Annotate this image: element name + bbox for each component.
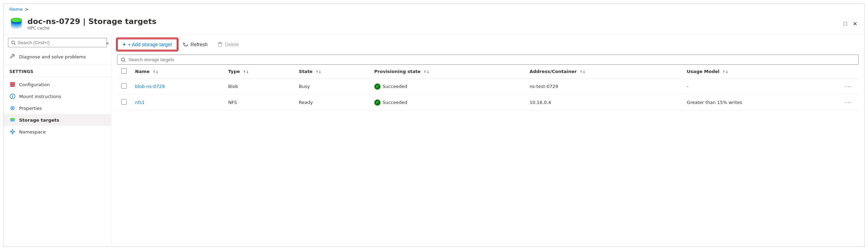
row2-address: 10.16.0.4 bbox=[525, 95, 683, 111]
refresh-button[interactable]: Refresh bbox=[179, 40, 212, 49]
breadcrumb-separator: > bbox=[25, 7, 28, 12]
row1-provisioning: Succeeded bbox=[370, 79, 525, 95]
svg-point-13 bbox=[12, 107, 13, 109]
breadcrumb: Home > bbox=[4, 4, 864, 15]
col-more bbox=[839, 65, 859, 79]
delete-button[interactable]: Delete bbox=[213, 40, 243, 49]
sidebar-collapse-button[interactable]: « bbox=[104, 39, 111, 48]
page-title: doc-ns-0729 | Storage targets bbox=[27, 17, 157, 26]
select-all-checkbox[interactable] bbox=[121, 68, 127, 74]
table-search-bar[interactable] bbox=[117, 55, 859, 65]
sidebar: « Diagnose and solve problems Settings bbox=[4, 34, 111, 246]
sidebar-search-box[interactable] bbox=[8, 38, 107, 47]
row2-provisioning-label: Succeeded bbox=[383, 100, 407, 105]
row2-more: ··· bbox=[839, 95, 859, 111]
row2-name: nfs1 bbox=[131, 95, 224, 111]
add-storage-target-button[interactable]: + + Add storage target bbox=[117, 39, 177, 50]
delete-icon bbox=[217, 42, 223, 47]
col-address: Address/Container ↑↓ bbox=[525, 65, 683, 79]
header-controls: □ ✕ bbox=[842, 19, 859, 29]
sidebar-item-namespace[interactable]: Namespace bbox=[4, 126, 111, 138]
row1-name: blob-ns-0729 bbox=[131, 79, 224, 95]
row2-success-icon bbox=[374, 99, 381, 106]
sort-usage-icon[interactable]: ↑↓ bbox=[723, 70, 728, 74]
row2-type: NFS bbox=[224, 95, 295, 111]
sidebar-item-configuration[interactable]: Configuration bbox=[4, 79, 111, 90]
page-header: doc-ns-0729 | Storage targets HPC cache … bbox=[4, 15, 864, 34]
svg-rect-7 bbox=[10, 82, 15, 83]
config-icon bbox=[9, 81, 16, 88]
main-content: + + Add storage target Refresh bbox=[111, 34, 864, 246]
svg-point-19 bbox=[14, 131, 15, 132]
storage-targets-table-wrapper: Name ↑↓ Type ↑↓ State ↑↓ bbox=[117, 65, 859, 111]
header-title: doc-ns-0729 | Storage targets HPC cache bbox=[27, 17, 157, 31]
row1-checkbox-cell bbox=[117, 79, 131, 95]
sidebar-item-mount-instructions[interactable]: i Mount instructions bbox=[4, 90, 111, 102]
sidebar-divider bbox=[4, 64, 111, 64]
row1-more: ··· bbox=[839, 79, 859, 95]
sidebar-item-properties-label: Properties bbox=[19, 106, 42, 111]
row1-more-button[interactable]: ··· bbox=[843, 82, 854, 91]
breadcrumb-home[interactable]: Home bbox=[9, 7, 23, 12]
svg-rect-9 bbox=[10, 86, 15, 87]
svg-point-17 bbox=[11, 131, 14, 133]
svg-line-29 bbox=[124, 60, 126, 62]
refresh-icon bbox=[183, 42, 189, 47]
sidebar-item-configuration-label: Configuration bbox=[19, 82, 50, 87]
col-type: Type ↑↓ bbox=[224, 65, 295, 79]
row1-name-link[interactable]: blob-ns-0729 bbox=[135, 84, 165, 89]
svg-point-5 bbox=[11, 41, 14, 43]
svg-line-6 bbox=[14, 43, 15, 44]
table-row: nfs1 NFS Ready Succeeded 10.16.0.4 bbox=[117, 95, 859, 111]
row1-address: ns-test-0729 bbox=[525, 79, 683, 95]
sidebar-divider-2 bbox=[4, 77, 111, 77]
storage-targets-table: Name ↑↓ Type ↑↓ State ↑↓ bbox=[117, 65, 859, 111]
toolbar: + + Add storage target Refresh bbox=[117, 39, 859, 50]
window-close-button[interactable]: ✕ bbox=[851, 19, 859, 29]
wrench-icon bbox=[9, 54, 16, 60]
sidebar-search-input[interactable] bbox=[18, 40, 104, 45]
row1-status-cell: Succeeded bbox=[374, 83, 521, 90]
row2-checkbox-cell bbox=[117, 95, 131, 111]
app-window: Home > doc-ns-0729 | Storage targets HPC… bbox=[3, 3, 865, 247]
page-subtitle: HPC cache bbox=[27, 26, 157, 31]
table-search-input[interactable] bbox=[128, 57, 855, 62]
col-name: Name ↑↓ bbox=[131, 65, 224, 79]
storage-icon bbox=[9, 117, 16, 123]
row1-checkbox[interactable] bbox=[121, 83, 127, 89]
sort-name-icon[interactable]: ↑↓ bbox=[153, 70, 159, 74]
search-icon bbox=[11, 40, 16, 45]
sidebar-item-namespace-label: Namespace bbox=[19, 129, 46, 135]
svg-point-28 bbox=[122, 58, 125, 61]
row2-checkbox[interactable] bbox=[121, 99, 127, 105]
svg-rect-26 bbox=[219, 42, 221, 43]
row2-usage: Greater than 15% writes bbox=[683, 95, 839, 111]
svg-point-20 bbox=[10, 131, 11, 132]
row2-more-button[interactable]: ··· bbox=[843, 98, 854, 107]
info-icon: i bbox=[9, 93, 16, 99]
svg-point-21 bbox=[12, 133, 13, 135]
sort-provisioning-icon[interactable]: ↑↓ bbox=[424, 70, 429, 74]
sidebar-item-properties[interactable]: Properties bbox=[4, 102, 111, 114]
svg-rect-8 bbox=[10, 84, 15, 85]
svg-text:i: i bbox=[12, 95, 13, 98]
table-row: blob-ns-0729 Blob Busy Succeeded ns-test… bbox=[117, 79, 859, 95]
sidebar-item-storage-targets[interactable]: Storage targets bbox=[4, 114, 111, 126]
row1-usage: - bbox=[683, 79, 839, 95]
namespace-icon bbox=[9, 129, 16, 135]
sort-address-icon[interactable]: ↑↓ bbox=[579, 70, 585, 74]
row2-name-link[interactable]: nfs1 bbox=[135, 100, 145, 105]
sort-type-icon[interactable]: ↑↓ bbox=[243, 70, 249, 74]
sidebar-item-diagnose[interactable]: Diagnose and solve problems bbox=[4, 51, 111, 63]
sidebar-item-diagnose-label: Diagnose and solve problems bbox=[19, 54, 86, 59]
row1-state: Busy bbox=[295, 79, 370, 95]
col-usage: Usage Model ↑↓ bbox=[683, 65, 839, 79]
row2-state: Ready bbox=[295, 95, 370, 111]
col-provisioning: Provisioning state ↑↓ bbox=[370, 65, 525, 79]
sidebar-item-mount-instructions-label: Mount instructions bbox=[19, 94, 61, 99]
svg-point-18 bbox=[12, 129, 13, 130]
row2-status-cell: Succeeded bbox=[374, 99, 521, 106]
sort-state-icon[interactable]: ↑↓ bbox=[316, 70, 322, 74]
table-search-icon bbox=[121, 57, 126, 62]
window-minimize-button[interactable]: □ bbox=[842, 19, 849, 28]
